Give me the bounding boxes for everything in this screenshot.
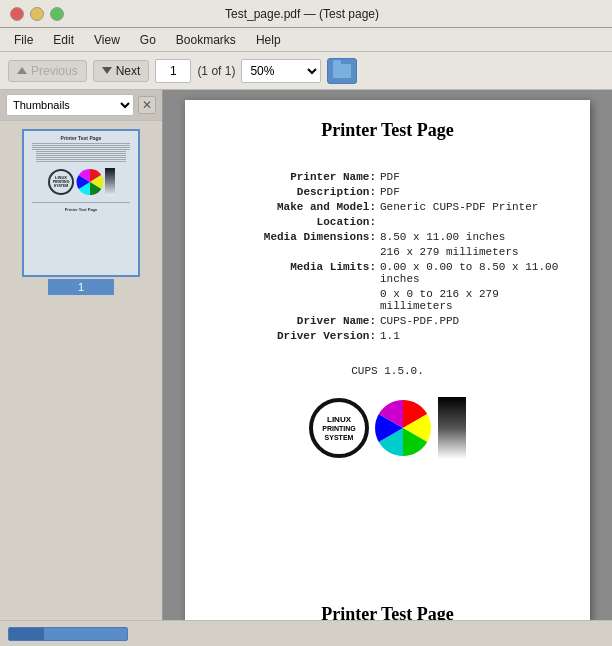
table-row: Media Dimensions: 8.50 x 11.00 inches (215, 231, 560, 243)
thumbnail-area[interactable]: Printer Test Page (0, 121, 162, 620)
value-driver-version: 1.1 (380, 330, 560, 342)
sidebar-close-button[interactable]: ✕ (138, 96, 156, 114)
table-row: Location: (215, 216, 560, 228)
thumbnail-frame[interactable]: Printer Test Page (22, 129, 140, 277)
menu-go[interactable]: Go (132, 31, 164, 49)
folder-button[interactable] (327, 58, 357, 84)
menu-edit[interactable]: Edit (45, 31, 82, 49)
label-media-limits: Media Limits: (215, 261, 380, 285)
label-printer-name: Printer Name: (215, 171, 380, 183)
label-media-dim-mm (215, 246, 380, 258)
sidebar: Thumbnails Bookmarks ✕ Printer Test Page (0, 90, 163, 620)
menu-bar: File Edit View Go Bookmarks Help (0, 28, 612, 52)
window-title: Test_page.pdf — (Test page) (64, 7, 540, 21)
thumbnail-item[interactable]: Printer Test Page (8, 129, 154, 295)
label-media-limits-mm (215, 288, 380, 312)
next-button[interactable]: Next (93, 60, 150, 82)
next-arrow-icon (102, 67, 112, 74)
menu-view[interactable]: View (86, 31, 128, 49)
label-description: Description: (215, 186, 380, 198)
status-progress-bar (8, 627, 128, 641)
color-wheel (372, 397, 434, 459)
menu-help[interactable]: Help (248, 31, 289, 49)
value-location (380, 216, 560, 228)
label-make-model: Make and Model: (215, 201, 380, 213)
label-driver-name: Driver Name: (215, 315, 380, 327)
value-media-dim-mm: 216 x 279 millimeters (380, 246, 560, 258)
zoom-select[interactable]: 50% 75% 100% 125% 150% (241, 59, 321, 83)
value-printer-name: PDF (380, 171, 560, 183)
value-description: PDF (380, 186, 560, 198)
svg-text:PRINTING: PRINTING (322, 425, 356, 432)
pdf-main-title: Printer Test Page (321, 120, 454, 141)
thumbnail-page-number: 1 (48, 279, 114, 295)
sidebar-view-select[interactable]: Thumbnails Bookmarks (6, 94, 134, 116)
label-media-dim: Media Dimensions: (215, 231, 380, 243)
folder-icon (333, 64, 351, 78)
value-media-dim: 8.50 x 11.00 inches (380, 231, 560, 243)
sidebar-header: Thumbnails Bookmarks ✕ (0, 90, 162, 121)
toolbar: Previous Next (1 of 1) 50% 75% 100% 125%… (0, 52, 612, 90)
value-driver-name: CUPS-PDF.PPD (380, 315, 560, 327)
pdf-footer-title: Printer Test Page (321, 584, 454, 620)
svg-text:LINUX: LINUX (327, 415, 352, 424)
table-row: Description: PDF (215, 186, 560, 198)
pdf-page: Printer Test Page Printer Name: PDF Desc… (185, 100, 590, 620)
status-progress-fill (9, 628, 44, 640)
value-make-model: Generic CUPS-PDF Printer (380, 201, 560, 213)
table-row: Printer Name: PDF (215, 171, 560, 183)
maximize-button[interactable] (50, 7, 64, 21)
table-row: 216 x 279 millimeters (215, 246, 560, 258)
table-row: Make and Model: Generic CUPS-PDF Printer (215, 201, 560, 213)
svg-rect-10 (438, 397, 466, 459)
close-button[interactable] (10, 7, 24, 21)
logo-area: LINUX PRINTING SYSTEM (308, 397, 468, 459)
table-row: Driver Name: CUPS-PDF.PPD (215, 315, 560, 327)
menu-file[interactable]: File (6, 31, 41, 49)
cups-version: CUPS 1.5.0. (351, 365, 424, 377)
pdf-viewer[interactable]: Printer Test Page Printer Name: PDF Desc… (163, 90, 612, 620)
lps-logo: LINUX PRINTING SYSTEM (308, 397, 370, 459)
table-row: Driver Version: 1.1 (215, 330, 560, 342)
main-area: Thumbnails Bookmarks ✕ Printer Test Page (0, 90, 612, 620)
page-number-input[interactable] (155, 59, 191, 83)
svg-text:SYSTEM: SYSTEM (324, 434, 353, 441)
value-media-limits-mm: 0 x 0 to 216 x 279 millimeters (380, 288, 560, 312)
table-row: Media Limits: 0.00 x 0.00 to 8.50 x 11.0… (215, 261, 560, 285)
pdf-info-table: Printer Name: PDF Description: PDF Make … (215, 171, 560, 345)
label-driver-version: Driver Version: (215, 330, 380, 342)
window-controls[interactable] (10, 7, 64, 21)
value-media-limits: 0.00 x 0.00 to 8.50 x 11.00 inches (380, 261, 560, 285)
page-info-label: (1 of 1) (197, 64, 235, 78)
title-bar: Test_page.pdf — (Test page) (0, 0, 612, 28)
table-row: 0 x 0 to 216 x 279 millimeters (215, 288, 560, 312)
menu-bookmarks[interactable]: Bookmarks (168, 31, 244, 49)
label-location: Location: (215, 216, 380, 228)
minimize-button[interactable] (30, 7, 44, 21)
previous-arrow-icon (17, 67, 27, 74)
status-bar (0, 620, 612, 646)
previous-button[interactable]: Previous (8, 60, 87, 82)
grayscale-bar (436, 397, 468, 459)
